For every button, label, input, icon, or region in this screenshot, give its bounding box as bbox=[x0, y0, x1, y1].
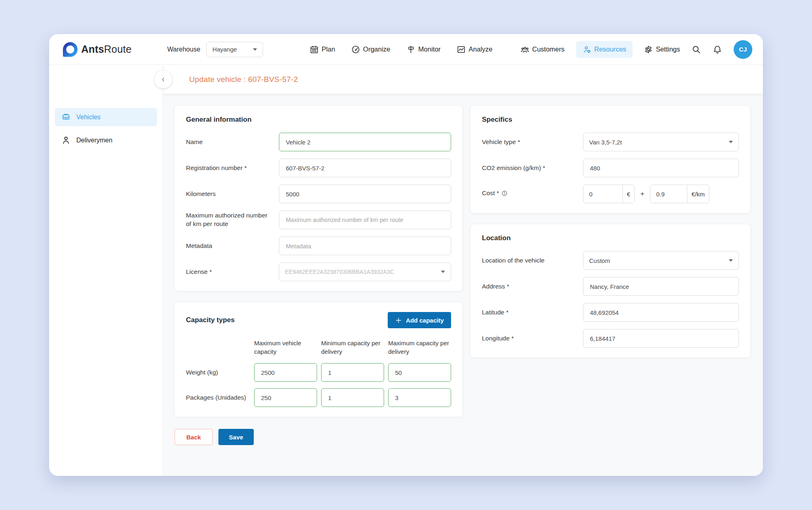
nav-item-customers[interactable]: Customers bbox=[520, 45, 565, 54]
info-icon[interactable] bbox=[501, 190, 508, 199]
warehouse-select[interactable]: Hayange bbox=[206, 42, 263, 57]
name-input[interactable] bbox=[279, 133, 451, 151]
longitude-input[interactable] bbox=[583, 329, 739, 348]
nav-label-resources: Resources bbox=[594, 45, 626, 53]
chevron-left-icon bbox=[160, 76, 167, 83]
co2-label: CO2 emission (g/km) * bbox=[482, 164, 573, 172]
nav-item-monitor[interactable]: Monitor bbox=[406, 45, 441, 54]
location-card: Location Location of the vehicle Custom … bbox=[471, 224, 750, 357]
sidebar-item-vehicles[interactable]: Vehicles bbox=[55, 108, 157, 126]
antsroute-logo[interactable]: AntsRoute bbox=[63, 42, 132, 57]
metadata-label: Metadata bbox=[186, 242, 269, 250]
sidebar-label-vehicles: Vehicles bbox=[76, 114, 101, 121]
nav-label-monitor: Monitor bbox=[418, 45, 441, 53]
capacity-row-label-weight: Weight (kg) bbox=[186, 369, 250, 376]
notifications-button[interactable] bbox=[713, 45, 722, 54]
registration-label: Registration number * bbox=[186, 164, 269, 172]
user-avatar[interactable]: CJ bbox=[734, 40, 752, 59]
field-row-vehicle-location: Location of the vehicle Custom bbox=[482, 251, 739, 270]
plus-icon bbox=[395, 317, 402, 324]
chevron-down-icon bbox=[253, 48, 257, 51]
app-window: AntsRoute Warehouse Hayange Plan bbox=[49, 34, 763, 476]
signpost-icon bbox=[406, 45, 415, 54]
registration-input[interactable] bbox=[279, 159, 451, 177]
latitude-input[interactable] bbox=[583, 303, 739, 322]
max-km-input[interactable] bbox=[279, 211, 451, 229]
field-row-kilometers: Kilometers bbox=[186, 185, 451, 203]
app-body: Vehicles Deliverymen Update vehicle : 60… bbox=[49, 65, 763, 476]
save-button[interactable]: Save bbox=[218, 429, 254, 445]
field-row-max-km: Maximum authorized number of km per rout… bbox=[186, 211, 451, 229]
kilometers-label: Kilometers bbox=[186, 190, 269, 198]
vehicle-location-select[interactable]: Custom bbox=[583, 251, 739, 270]
sidebar-item-deliverymen[interactable]: Deliverymen bbox=[55, 131, 157, 149]
warehouse-label: Warehouse bbox=[167, 46, 200, 53]
specifics-title: Specifics bbox=[482, 116, 739, 124]
capacity-column-header-max-vehicle: Maximum vehicle capacity bbox=[254, 339, 317, 357]
license-label: License * bbox=[186, 268, 269, 276]
kilometers-input[interactable] bbox=[279, 185, 451, 203]
packages-min-delivery-input[interactable] bbox=[321, 388, 384, 407]
secondary-nav: Customers Resources Settings bbox=[520, 40, 752, 59]
cost-fixed-input[interactable] bbox=[583, 185, 622, 203]
weight-max-delivery-input[interactable] bbox=[388, 363, 451, 382]
page-titlebar: Update vehicle : 607-BVS-57-2 bbox=[163, 65, 763, 94]
cost-plus-sign: + bbox=[640, 190, 644, 198]
sidebar-label-deliverymen: Deliverymen bbox=[76, 137, 112, 144]
add-capacity-button[interactable]: Add capacity bbox=[388, 312, 451, 328]
vehicle-location-label: Location of the vehicle bbox=[482, 256, 573, 265]
nav-item-plan[interactable]: Plan bbox=[310, 45, 335, 54]
name-label: Name bbox=[186, 138, 269, 146]
packages-max-delivery-input[interactable] bbox=[388, 388, 451, 407]
packages-max-vehicle-input[interactable] bbox=[254, 388, 317, 407]
brand-regular: Route bbox=[104, 43, 132, 55]
nav-item-analyze[interactable]: Analyze bbox=[457, 45, 492, 54]
back-button[interactable]: Back bbox=[175, 429, 213, 445]
capacity-table: Maximum vehicle capacity Minimum capacit… bbox=[186, 339, 451, 407]
nav-item-organize[interactable]: Organize bbox=[351, 45, 390, 54]
people-icon bbox=[520, 45, 529, 54]
cost-per-km-unit: €/km bbox=[687, 185, 709, 203]
weight-max-vehicle-input[interactable] bbox=[254, 363, 317, 382]
nav-item-settings[interactable]: Settings bbox=[644, 45, 680, 54]
warehouse-selector-group: Warehouse Hayange bbox=[167, 42, 263, 57]
main-area: Update vehicle : 607-BVS-57-2 General in… bbox=[163, 65, 763, 476]
form-actions: Back Save bbox=[175, 429, 462, 445]
calendar-icon bbox=[310, 45, 319, 54]
cost-per-km-input[interactable] bbox=[650, 185, 687, 203]
search-icon bbox=[691, 45, 701, 54]
license-select[interactable]: EE9462EEE2A323870306BBA1A3932A3C bbox=[279, 263, 451, 281]
general-information-card: General information Name Registration nu… bbox=[175, 106, 462, 291]
specifics-card: Specifics Vehicle type * Van 3,5-7,2t CO… bbox=[471, 106, 750, 213]
nav-label-customers: Customers bbox=[532, 45, 565, 53]
vehicle-location-select-value: Custom bbox=[589, 257, 610, 264]
address-label: Address * bbox=[482, 282, 573, 291]
capacity-types-card: Capacity types Add capacity Maximum vehi… bbox=[175, 302, 462, 417]
primary-nav: Plan Organize Monitor Analyze bbox=[310, 45, 492, 54]
field-row-longitude: Longitude * bbox=[482, 329, 739, 348]
back-nav-button[interactable] bbox=[154, 71, 172, 88]
chart-icon bbox=[457, 45, 466, 54]
vehicle-type-select[interactable]: Van 3,5-7,2t bbox=[583, 133, 739, 151]
capacity-row-label-packages: Packages (Unidades) bbox=[186, 394, 250, 401]
nav-item-resources[interactable]: Resources bbox=[576, 41, 633, 58]
capacity-column-header-max-delivery: Maximum capacity per delivery bbox=[388, 339, 451, 357]
cost-fixed-unit: € bbox=[622, 185, 634, 203]
field-row-cost: Cost * € + €/km bbox=[482, 185, 739, 203]
metadata-input[interactable] bbox=[279, 237, 451, 255]
antsroute-logo-icon bbox=[63, 42, 78, 57]
left-column: General information Name Registration nu… bbox=[175, 106, 462, 445]
field-row-co2: CO2 emission (g/km) * bbox=[482, 159, 739, 177]
right-column: Specifics Vehicle type * Van 3,5-7,2t CO… bbox=[471, 106, 750, 445]
vehicle-type-select-value: Van 3,5-7,2t bbox=[589, 139, 622, 146]
search-button[interactable] bbox=[691, 45, 701, 54]
address-input[interactable] bbox=[583, 277, 739, 296]
cost-inputs-group: € + €/km bbox=[583, 185, 739, 203]
chevron-down-icon bbox=[729, 141, 733, 143]
longitude-label: Longitude * bbox=[482, 334, 573, 343]
capacity-column-header-min-delivery: Minimum capacity per delivery bbox=[321, 339, 384, 357]
warehouse-select-value: Hayange bbox=[212, 46, 237, 53]
weight-min-delivery-input[interactable] bbox=[321, 363, 384, 382]
cost-label-text: Cost * bbox=[482, 189, 499, 196]
co2-input[interactable] bbox=[583, 159, 739, 177]
